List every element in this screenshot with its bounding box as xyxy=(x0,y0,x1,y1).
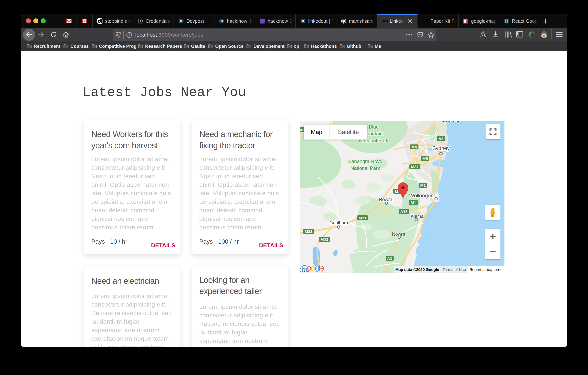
svg-text:Wollongong: Wollongong xyxy=(409,193,436,199)
svg-text:M31: M31 xyxy=(411,165,419,169)
svg-text:Gosford: Gosford xyxy=(441,121,459,123)
svg-text:M31: M31 xyxy=(359,216,367,220)
svg-text:Kiama: Kiama xyxy=(411,214,424,219)
svg-text:National Park: National Park xyxy=(350,165,380,171)
svg-text:M5: M5 xyxy=(422,156,428,161)
svg-text:Sydney: Sydney xyxy=(432,145,450,151)
svg-text:Goulburn: Goulburn xyxy=(329,220,348,225)
svg-text:Kanangra-Boyd: Kanangra-Boyd xyxy=(348,158,382,164)
svg-text:M4: M4 xyxy=(411,145,417,149)
svg-text:Blue: Blue xyxy=(369,124,379,130)
svg-text:M23: M23 xyxy=(321,237,328,242)
svg-text:A48: A48 xyxy=(400,209,408,214)
svg-text:M1: M1 xyxy=(420,183,426,188)
svg-text:M1: M1 xyxy=(410,200,416,205)
svg-text:A3: A3 xyxy=(439,136,444,141)
svg-text:M31: M31 xyxy=(305,229,313,233)
svg-text:A1: A1 xyxy=(387,256,392,261)
svg-text:Bowral: Bowral xyxy=(379,197,393,202)
